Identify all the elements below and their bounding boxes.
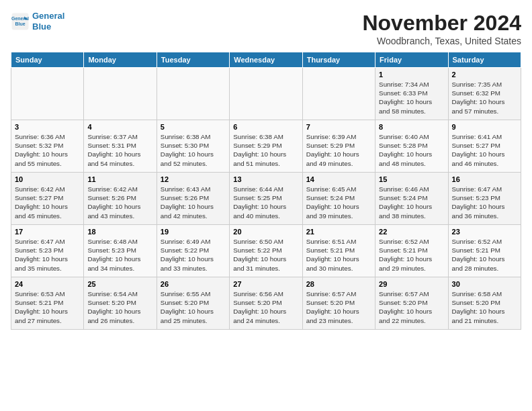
weekday-header-row: SundayMondayTuesdayWednesdayThursdayFrid… <box>11 52 521 68</box>
weekday-header: Sunday <box>11 52 84 68</box>
day-number: 25 <box>87 280 152 288</box>
day-number: 24 <box>15 280 80 288</box>
calendar-cell: 27Sunrise: 6:56 AM Sunset: 5:20 PM Dayli… <box>230 277 302 330</box>
calendar-cell: 6Sunrise: 6:38 AM Sunset: 5:29 PM Daylig… <box>230 120 302 173</box>
day-number: 17 <box>15 228 80 236</box>
day-number: 23 <box>452 228 517 236</box>
day-number: 26 <box>161 280 226 288</box>
weekday-header: Friday <box>375 52 448 68</box>
calendar-cell: 10Sunrise: 6:42 AM Sunset: 5:27 PM Dayli… <box>11 173 84 225</box>
day-info: Sunrise: 7:35 AM Sunset: 6:32 PM Dayligh… <box>452 80 517 116</box>
day-number: 28 <box>306 280 371 288</box>
day-number: 1 <box>379 71 444 79</box>
day-number: 14 <box>306 175 371 183</box>
day-info: Sunrise: 6:55 AM Sunset: 5:20 PM Dayligh… <box>161 289 226 325</box>
weekday-header: Thursday <box>302 52 375 68</box>
logo-icon: General Blue <box>11 12 30 31</box>
calendar-cell: 21Sunrise: 6:51 AM Sunset: 5:21 PM Dayli… <box>302 225 375 277</box>
calendar-week-row: 1Sunrise: 7:34 AM Sunset: 6:33 PM Daylig… <box>11 68 521 120</box>
day-info: Sunrise: 6:50 AM Sunset: 5:22 PM Dayligh… <box>233 237 298 273</box>
calendar-cell: 20Sunrise: 6:50 AM Sunset: 5:22 PM Dayli… <box>230 225 302 277</box>
calendar-week-row: 17Sunrise: 6:47 AM Sunset: 5:23 PM Dayli… <box>11 225 521 277</box>
day-info: Sunrise: 6:40 AM Sunset: 5:28 PM Dayligh… <box>379 132 444 168</box>
day-number: 19 <box>161 228 226 236</box>
calendar-cell: 11Sunrise: 6:42 AM Sunset: 5:26 PM Dayli… <box>84 173 157 225</box>
day-number: 7 <box>306 123 371 131</box>
day-info: Sunrise: 6:42 AM Sunset: 5:27 PM Dayligh… <box>15 185 80 220</box>
day-info: Sunrise: 6:41 AM Sunset: 5:27 PM Dayligh… <box>452 132 517 168</box>
day-number: 4 <box>87 123 152 131</box>
svg-text:Blue: Blue <box>15 21 25 26</box>
day-number: 5 <box>161 123 226 131</box>
calendar-cell: 19Sunrise: 6:49 AM Sunset: 5:22 PM Dayli… <box>157 225 229 277</box>
calendar-cell: 3Sunrise: 6:36 AM Sunset: 5:32 PM Daylig… <box>11 120 84 173</box>
day-info: Sunrise: 6:44 AM Sunset: 5:25 PM Dayligh… <box>233 185 298 220</box>
calendar-cell: 5Sunrise: 6:38 AM Sunset: 5:30 PM Daylig… <box>157 120 229 173</box>
day-info: Sunrise: 6:38 AM Sunset: 5:29 PM Dayligh… <box>233 132 298 168</box>
calendar-cell: 7Sunrise: 6:39 AM Sunset: 5:29 PM Daylig… <box>302 120 375 173</box>
calendar-cell: 18Sunrise: 6:48 AM Sunset: 5:23 PM Dayli… <box>84 225 157 277</box>
page-header: General Blue GeneralBlue November 2024 W… <box>11 11 521 46</box>
day-info: Sunrise: 6:52 AM Sunset: 5:21 PM Dayligh… <box>379 237 444 273</box>
calendar-week-row: 3Sunrise: 6:36 AM Sunset: 5:32 PM Daylig… <box>11 120 521 173</box>
calendar-cell: 17Sunrise: 6:47 AM Sunset: 5:23 PM Dayli… <box>11 225 84 277</box>
day-info: Sunrise: 6:37 AM Sunset: 5:31 PM Dayligh… <box>87 132 152 168</box>
day-info: Sunrise: 6:39 AM Sunset: 5:29 PM Dayligh… <box>306 132 371 168</box>
calendar-cell: 13Sunrise: 6:44 AM Sunset: 5:25 PM Dayli… <box>230 173 302 225</box>
day-number: 13 <box>233 175 298 183</box>
calendar-cell: 24Sunrise: 6:53 AM Sunset: 5:21 PM Dayli… <box>11 277 84 330</box>
day-info: Sunrise: 6:54 AM Sunset: 5:20 PM Dayligh… <box>87 289 152 325</box>
day-info: Sunrise: 6:51 AM Sunset: 5:21 PM Dayligh… <box>306 237 371 273</box>
day-number: 27 <box>233 280 298 288</box>
day-number: 16 <box>452 175 517 183</box>
day-number: 3 <box>15 123 80 131</box>
day-number: 6 <box>233 123 298 131</box>
calendar-cell: 28Sunrise: 6:57 AM Sunset: 5:20 PM Dayli… <box>302 277 375 330</box>
day-number: 9 <box>452 123 517 131</box>
weekday-header: Saturday <box>448 52 521 68</box>
day-number: 30 <box>452 280 517 288</box>
calendar-cell: 22Sunrise: 6:52 AM Sunset: 5:21 PM Dayli… <box>375 225 448 277</box>
day-number: 18 <box>87 228 152 236</box>
calendar-cell <box>302 68 375 120</box>
day-info: Sunrise: 6:47 AM Sunset: 5:23 PM Dayligh… <box>452 185 517 220</box>
day-info: Sunrise: 6:52 AM Sunset: 5:21 PM Dayligh… <box>452 237 517 273</box>
calendar-cell: 1Sunrise: 7:34 AM Sunset: 6:33 PM Daylig… <box>375 68 448 120</box>
location: Woodbranch, Texas, United States <box>362 36 521 46</box>
day-number: 20 <box>233 228 298 236</box>
day-info: Sunrise: 6:56 AM Sunset: 5:20 PM Dayligh… <box>233 289 298 325</box>
calendar-week-row: 24Sunrise: 6:53 AM Sunset: 5:21 PM Dayli… <box>11 277 521 330</box>
calendar-cell <box>84 68 157 120</box>
day-info: Sunrise: 6:58 AM Sunset: 5:20 PM Dayligh… <box>452 289 517 325</box>
day-number: 22 <box>379 228 444 236</box>
title-block: November 2024 Woodbranch, Texas, United … <box>362 11 521 46</box>
day-number: 15 <box>379 175 444 183</box>
day-info: Sunrise: 6:36 AM Sunset: 5:32 PM Dayligh… <box>15 132 80 168</box>
day-number: 2 <box>452 71 517 79</box>
calendar-cell: 2Sunrise: 7:35 AM Sunset: 6:32 PM Daylig… <box>448 68 521 120</box>
day-info: Sunrise: 6:48 AM Sunset: 5:23 PM Dayligh… <box>87 237 152 273</box>
calendar-cell: 15Sunrise: 6:46 AM Sunset: 5:24 PM Dayli… <box>375 173 448 225</box>
calendar-cell: 12Sunrise: 6:43 AM Sunset: 5:26 PM Dayli… <box>157 173 229 225</box>
calendar-week-row: 10Sunrise: 6:42 AM Sunset: 5:27 PM Dayli… <box>11 173 521 225</box>
day-info: Sunrise: 7:34 AM Sunset: 6:33 PM Dayligh… <box>379 80 444 116</box>
weekday-header: Wednesday <box>230 52 302 68</box>
calendar-cell: 25Sunrise: 6:54 AM Sunset: 5:20 PM Dayli… <box>84 277 157 330</box>
day-info: Sunrise: 6:47 AM Sunset: 5:23 PM Dayligh… <box>15 237 80 273</box>
logo-text: GeneralBlue <box>32 11 64 32</box>
calendar-table: SundayMondayTuesdayWednesdayThursdayFrid… <box>11 52 521 330</box>
day-info: Sunrise: 6:57 AM Sunset: 5:20 PM Dayligh… <box>379 289 444 325</box>
day-info: Sunrise: 6:38 AM Sunset: 5:30 PM Dayligh… <box>161 132 226 168</box>
calendar-cell: 4Sunrise: 6:37 AM Sunset: 5:31 PM Daylig… <box>84 120 157 173</box>
day-number: 21 <box>306 228 371 236</box>
calendar-cell: 30Sunrise: 6:58 AM Sunset: 5:20 PM Dayli… <box>448 277 521 330</box>
weekday-header: Tuesday <box>157 52 229 68</box>
month-title: November 2024 <box>362 11 521 36</box>
day-number: 12 <box>161 175 226 183</box>
day-number: 29 <box>379 280 444 288</box>
calendar-cell: 14Sunrise: 6:45 AM Sunset: 5:24 PM Dayli… <box>302 173 375 225</box>
calendar-cell <box>157 68 229 120</box>
calendar-cell <box>11 68 84 120</box>
day-info: Sunrise: 6:49 AM Sunset: 5:22 PM Dayligh… <box>161 237 226 273</box>
calendar-cell: 23Sunrise: 6:52 AM Sunset: 5:21 PM Dayli… <box>448 225 521 277</box>
